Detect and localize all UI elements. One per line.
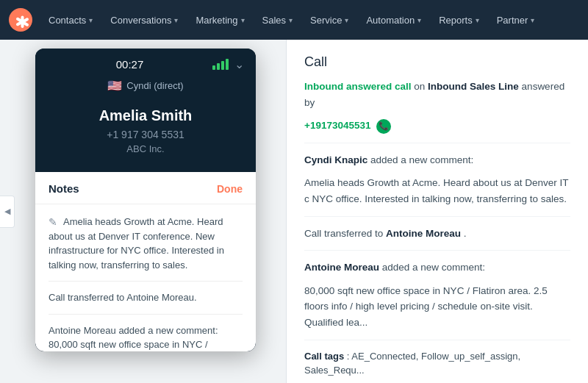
notes-text-1: Amelia heads Growth at Acme. Heard about… xyxy=(49,216,224,271)
contacts-chevron-icon: ▾ xyxy=(89,16,93,24)
comment2-added-text: added a new comment: xyxy=(382,262,485,273)
comment1-header: Cyndi Knapic added a new comment: xyxy=(304,152,570,168)
divider-4 xyxy=(304,340,570,340)
sales-chevron-icon: ▾ xyxy=(289,16,293,24)
phone-number: +19173045531 xyxy=(304,120,370,131)
notes-section: Notes Done ✎ Amelia heads Growth at Acme… xyxy=(35,172,256,351)
call-chevron-down-icon[interactable]: ⌄ xyxy=(234,57,244,71)
edit-icon: ✎ xyxy=(49,216,57,228)
activity-on-text: on xyxy=(414,81,428,92)
contact-name: Amelia Smith xyxy=(47,107,244,124)
transfer-prefix: Call transferred to xyxy=(304,228,386,239)
call-tags-line: Call tags : AE_Connected, Follow_up_self… xyxy=(304,349,570,378)
inbound-call-label: Inbound answered call xyxy=(304,81,412,92)
signal-strength-icon xyxy=(212,59,229,70)
marketing-chevron-icon: ▾ xyxy=(241,16,245,24)
notes-title: Notes xyxy=(49,182,79,195)
left-panel: ◀ 00:27 ⌄ xyxy=(0,40,287,383)
reports-chevron-icon: ▾ xyxy=(476,16,479,24)
caller-name: Cyndi (direct) xyxy=(126,80,183,91)
sidebar-collapse-button[interactable]: ◀ xyxy=(0,196,15,228)
transfer-line: Call transferred to Antoine Moreau . xyxy=(304,226,570,242)
nav-marketing[interactable]: Marketing ▾ xyxy=(188,10,251,30)
phone-icon: 📞 xyxy=(376,119,391,134)
divider-1 xyxy=(304,143,570,143)
tags-label: Call tags xyxy=(304,351,344,362)
nav-conversations[interactable]: Conversations ▾ xyxy=(103,10,185,30)
activity-inbound-line: Inbound answered call on Inbound Sales L… xyxy=(304,79,570,110)
notes-content: ✎ Amelia heads Growth at Acme. Heard abo… xyxy=(35,204,256,351)
notes-header: Notes Done xyxy=(35,172,256,204)
flag-icon: 🇺🇸 xyxy=(107,79,122,93)
nav-service[interactable]: Service ▾ xyxy=(303,10,356,30)
nav-sales[interactable]: Sales ▾ xyxy=(255,10,301,30)
call-contact-info: Amelia Smith +1 917 304 5531 ABC Inc. xyxy=(35,96,256,169)
activity-title: Call xyxy=(304,54,570,70)
comment1-body: Amelia heads Growth at Acme. Heard about… xyxy=(304,175,570,207)
contact-phone: +1 917 304 5531 xyxy=(47,129,244,140)
nav-partner[interactable]: Partner ▾ xyxy=(490,10,542,30)
nav-automation[interactable]: Automation ▾ xyxy=(359,10,429,30)
nav-reports[interactable]: Reports ▾ xyxy=(431,10,487,30)
notes-text-2: Call transferred to Antoine Moreau. xyxy=(49,292,197,303)
call-header: 00:27 ⌄ xyxy=(35,49,256,76)
notes-text-3: Antoine Moreau added a new comment: xyxy=(49,325,218,336)
sales-line-name: Inbound Sales Line xyxy=(428,81,519,92)
hubspot-logo-icon xyxy=(9,8,32,32)
call-timer: 00:27 xyxy=(47,58,212,71)
right-panel: Call Inbound answered call on Inbound Sa… xyxy=(287,40,588,383)
navbar: Contacts ▾ Conversations ▾ Marketing ▾ S… xyxy=(0,0,588,40)
notes-done-button[interactable]: Done xyxy=(217,183,243,195)
divider-3 xyxy=(304,250,570,251)
comment2-author: Antoine Moreau xyxy=(304,262,379,273)
transfer-suffix: . xyxy=(464,228,467,239)
automation-chevron-icon: ▾ xyxy=(417,16,421,24)
contact-company: ABC Inc. xyxy=(47,143,244,154)
caller-info: 🇺🇸 Cyndi (direct) xyxy=(35,76,256,96)
comment2-body: 80,000 sqft new office space in NYC / Fl… xyxy=(304,283,570,331)
notes-text-4: 80,000 sqft new office space in NYC / Fl… xyxy=(49,339,208,351)
nav-contacts[interactable]: Contacts ▾ xyxy=(41,10,100,30)
conversations-chevron-icon: ▾ xyxy=(174,16,178,24)
divider-2 xyxy=(304,216,570,217)
partner-chevron-icon: ▾ xyxy=(531,16,534,24)
transfer-person: Antoine Moreau xyxy=(386,228,461,239)
service-chevron-icon: ▾ xyxy=(345,16,348,24)
comment2-header: Antoine Moreau added a new comment: xyxy=(304,259,570,276)
main-content: ◀ 00:27 ⌄ xyxy=(0,40,588,383)
comment1-added-text: added a new comment: xyxy=(370,154,473,165)
comment1-author: Cyndi Knapic xyxy=(304,154,368,165)
call-widget: 00:27 ⌄ 🇺🇸 Cyndi (direct) xyxy=(35,49,256,351)
chevron-left-icon: ◀ xyxy=(4,207,10,216)
activity-phone-line: +19173045531 📞 xyxy=(304,118,570,134)
